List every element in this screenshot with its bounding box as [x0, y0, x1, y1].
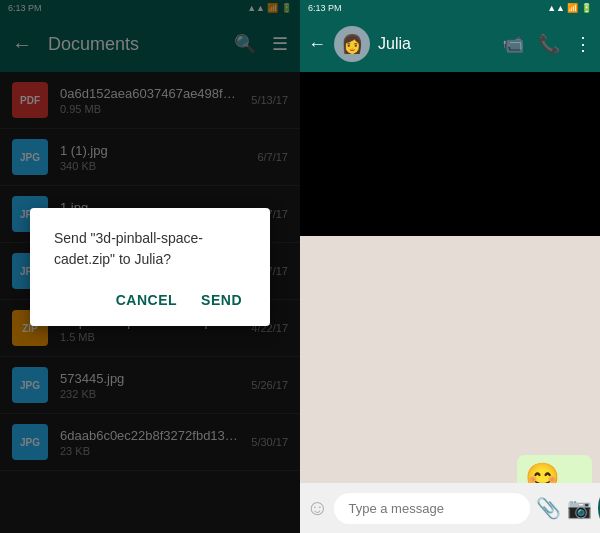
- left-panel: 6:13 PM ▲▲ 📶 🔋 ← Documents 🔍 ☰ PDF 0a6d1…: [0, 0, 300, 533]
- camera-icon[interactable]: 📷: [567, 496, 592, 520]
- more-options-icon[interactable]: ⋮: [574, 33, 592, 55]
- dialog-message: Send "3d-pinball-space-cadet.zip" to Jul…: [54, 228, 246, 270]
- send-button[interactable]: SEND: [197, 286, 246, 314]
- contact-name[interactable]: Julia: [378, 35, 494, 53]
- message-input[interactable]: [334, 493, 530, 524]
- right-header-icons: 📹 📞 ⋮: [502, 33, 592, 55]
- back-icon-right[interactable]: ←: [308, 34, 326, 55]
- dialog-actions: CANCEL SEND: [54, 286, 246, 314]
- status-icons-right: ▲▲ 📶 🔋: [547, 3, 592, 13]
- dialog-overlay: Send "3d-pinball-space-cadet.zip" to Jul…: [0, 0, 300, 533]
- chat-area: 😊 8:30 AM ✓✓ 😊 8:30 AM ↩ ZIP: [300, 72, 600, 483]
- attach-icon[interactable]: 📎: [536, 496, 561, 520]
- avatar[interactable]: 👩: [334, 26, 370, 62]
- video-call-icon[interactable]: 📹: [502, 33, 524, 55]
- message-sent-emoji: 😊 8:30 AM ✓✓: [517, 455, 592, 483]
- status-time-right: 6:13 PM: [308, 3, 342, 13]
- sent-emoji: 😊: [525, 461, 584, 483]
- status-bar-right: 6:13 PM ▲▲ 📶 🔋: [300, 0, 600, 16]
- chat-messages: 😊 8:30 AM ✓✓ 😊 8:30 AM ↩ ZIP: [300, 236, 600, 483]
- emoji-button[interactable]: ☺: [306, 495, 328, 521]
- right-panel: 6:13 PM ▲▲ 📶 🔋 ← 👩 Julia 📹 📞 ⋮ 😊 8:30 AM…: [300, 0, 600, 533]
- right-header: ← 👩 Julia 📹 📞 ⋮: [300, 16, 600, 72]
- chat-input-bar: ☺ 📎 📷 🎤: [300, 483, 600, 533]
- cancel-button[interactable]: CANCEL: [112, 286, 181, 314]
- confirm-dialog: Send "3d-pinball-space-cadet.zip" to Jul…: [30, 208, 270, 326]
- voice-call-icon[interactable]: 📞: [538, 33, 560, 55]
